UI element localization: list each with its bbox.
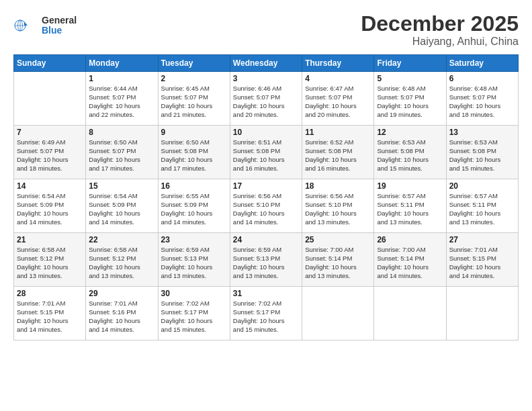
day-of-week-header: Monday (86, 55, 158, 72)
day-info: Sunrise: 7:01 AM Sunset: 5:16 PM Dayligh… (89, 300, 154, 334)
day-info: Sunrise: 6:48 AM Sunset: 5:07 PM Dayligh… (449, 85, 515, 119)
calendar-table: SundayMondayTuesdayWednesdayThursdayFrid… (13, 54, 519, 340)
day-info: Sunrise: 6:47 AM Sunset: 5:07 PM Dayligh… (305, 85, 371, 119)
day-of-week-header: Wednesday (230, 55, 302, 72)
calendar-cell: 5Sunrise: 6:48 AM Sunset: 5:07 PM Daylig… (374, 72, 446, 126)
calendar-cell (14, 72, 86, 126)
svg-marker-4 (24, 21, 28, 26)
calendar-cell: 3Sunrise: 6:46 AM Sunset: 5:07 PM Daylig… (230, 72, 302, 126)
day-info: Sunrise: 6:58 AM Sunset: 5:12 PM Dayligh… (89, 246, 154, 280)
calendar-cell: 28Sunrise: 7:01 AM Sunset: 5:15 PM Dayli… (14, 287, 86, 340)
day-number: 8 (89, 128, 154, 137)
calendar-cell: 30Sunrise: 7:02 AM Sunset: 5:17 PM Dayli… (158, 287, 230, 340)
calendar-cell: 15Sunrise: 6:54 AM Sunset: 5:09 PM Dayli… (86, 179, 158, 233)
calendar-cell: 23Sunrise: 6:59 AM Sunset: 5:13 PM Dayli… (158, 233, 230, 287)
calendar-week-row: 7Sunrise: 6:49 AM Sunset: 5:07 PM Daylig… (14, 126, 519, 179)
day-info: Sunrise: 6:58 AM Sunset: 5:12 PM Dayligh… (17, 246, 83, 280)
day-info: Sunrise: 6:52 AM Sunset: 5:08 PM Dayligh… (305, 138, 371, 173)
page-container: General Blue December 2025 Haiyang, Anhu… (0, 0, 532, 411)
day-number: 30 (161, 289, 227, 298)
page-subtitle: Haiyang, Anhui, China (361, 36, 519, 48)
calendar-cell: 8Sunrise: 6:50 AM Sunset: 5:07 PM Daylig… (86, 126, 158, 179)
day-number: 14 (17, 181, 83, 191)
day-number: 20 (449, 181, 515, 191)
calendar-cell: 1Sunrise: 6:44 AM Sunset: 5:07 PM Daylig… (86, 72, 158, 126)
calendar-cell: 22Sunrise: 6:58 AM Sunset: 5:12 PM Dayli… (86, 233, 158, 287)
day-number: 10 (233, 128, 299, 137)
day-number: 18 (305, 181, 371, 191)
day-info: Sunrise: 6:44 AM Sunset: 5:07 PM Dayligh… (89, 85, 154, 119)
calendar-cell: 31Sunrise: 7:02 AM Sunset: 5:17 PM Dayli… (230, 287, 302, 340)
day-info: Sunrise: 7:01 AM Sunset: 5:15 PM Dayligh… (17, 300, 83, 334)
calendar-header-row: SundayMondayTuesdayWednesdayThursdayFrid… (14, 55, 519, 72)
day-info: Sunrise: 7:02 AM Sunset: 5:17 PM Dayligh… (161, 300, 227, 334)
day-info: Sunrise: 6:46 AM Sunset: 5:07 PM Dayligh… (233, 85, 299, 119)
day-number: 24 (233, 235, 299, 244)
calendar-cell (374, 287, 446, 340)
title-block: December 2025 Haiyang, Anhui, China (361, 12, 519, 48)
day-info: Sunrise: 6:57 AM Sunset: 5:11 PM Dayligh… (449, 192, 515, 226)
day-number: 5 (377, 74, 443, 83)
calendar-week-row: 21Sunrise: 6:58 AM Sunset: 5:12 PM Dayli… (14, 233, 519, 287)
day-number: 11 (305, 128, 371, 137)
calendar-cell: 10Sunrise: 6:51 AM Sunset: 5:08 PM Dayli… (230, 126, 302, 179)
day-info: Sunrise: 6:55 AM Sunset: 5:09 PM Dayligh… (161, 192, 227, 226)
day-number: 1 (89, 74, 154, 83)
day-number: 3 (233, 74, 299, 83)
day-info: Sunrise: 6:51 AM Sunset: 5:08 PM Dayligh… (233, 138, 299, 173)
calendar-cell: 9Sunrise: 6:50 AM Sunset: 5:08 PM Daylig… (158, 126, 230, 179)
calendar-cell: 25Sunrise: 7:00 AM Sunset: 5:14 PM Dayli… (302, 233, 374, 287)
calendar-cell (302, 287, 374, 340)
day-number: 19 (377, 181, 443, 191)
calendar-cell: 13Sunrise: 6:53 AM Sunset: 5:08 PM Dayli… (446, 126, 518, 179)
calendar-cell: 20Sunrise: 6:57 AM Sunset: 5:11 PM Dayli… (446, 179, 518, 233)
calendar-cell: 17Sunrise: 6:56 AM Sunset: 5:10 PM Dayli… (230, 179, 302, 233)
calendar-cell (446, 287, 518, 340)
calendar-week-row: 1Sunrise: 6:44 AM Sunset: 5:07 PM Daylig… (14, 72, 519, 126)
day-number: 15 (89, 181, 154, 191)
calendar-cell: 27Sunrise: 7:01 AM Sunset: 5:15 PM Dayli… (446, 233, 518, 287)
calendar-cell: 7Sunrise: 6:49 AM Sunset: 5:07 PM Daylig… (14, 126, 86, 179)
day-number: 29 (89, 289, 154, 298)
calendar-cell: 16Sunrise: 6:55 AM Sunset: 5:09 PM Dayli… (158, 179, 230, 233)
calendar-cell: 21Sunrise: 6:58 AM Sunset: 5:12 PM Dayli… (14, 233, 86, 287)
day-info: Sunrise: 7:00 AM Sunset: 5:14 PM Dayligh… (305, 246, 371, 280)
day-number: 21 (17, 235, 83, 244)
day-number: 4 (305, 74, 371, 83)
day-number: 2 (161, 74, 227, 83)
calendar-week-row: 14Sunrise: 6:54 AM Sunset: 5:09 PM Dayli… (14, 179, 519, 233)
day-info: Sunrise: 6:48 AM Sunset: 5:07 PM Dayligh… (377, 85, 443, 119)
day-info: Sunrise: 6:54 AM Sunset: 5:09 PM Dayligh… (17, 192, 83, 226)
calendar-cell: 19Sunrise: 6:57 AM Sunset: 5:11 PM Dayli… (374, 179, 446, 233)
day-info: Sunrise: 6:50 AM Sunset: 5:08 PM Dayligh… (161, 138, 227, 173)
day-number: 28 (17, 289, 83, 298)
day-number: 26 (377, 235, 443, 244)
day-number: 31 (233, 289, 299, 298)
day-of-week-header: Tuesday (158, 55, 230, 72)
day-number: 25 (305, 235, 371, 244)
logo: General Blue (13, 12, 77, 39)
day-info: Sunrise: 6:56 AM Sunset: 5:10 PM Dayligh… (233, 192, 299, 226)
day-of-week-header: Saturday (446, 55, 518, 72)
logo-globe-icon (13, 12, 40, 39)
day-number: 27 (449, 235, 515, 244)
calendar-cell: 11Sunrise: 6:52 AM Sunset: 5:08 PM Dayli… (302, 126, 374, 179)
logo-general: General (42, 15, 77, 26)
day-of-week-header: Sunday (14, 55, 86, 72)
day-info: Sunrise: 6:54 AM Sunset: 5:09 PM Dayligh… (89, 192, 154, 226)
calendar-cell: 12Sunrise: 6:53 AM Sunset: 5:08 PM Dayli… (374, 126, 446, 179)
day-info: Sunrise: 6:53 AM Sunset: 5:08 PM Dayligh… (377, 138, 443, 173)
day-info: Sunrise: 7:02 AM Sunset: 5:17 PM Dayligh… (233, 300, 299, 334)
day-number: 23 (161, 235, 227, 244)
calendar-cell: 26Sunrise: 7:00 AM Sunset: 5:14 PM Dayli… (374, 233, 446, 287)
logo-blue: Blue (42, 26, 77, 36)
day-number: 22 (89, 235, 154, 244)
calendar-cell: 29Sunrise: 7:01 AM Sunset: 5:16 PM Dayli… (86, 287, 158, 340)
day-number: 12 (377, 128, 443, 137)
day-info: Sunrise: 7:01 AM Sunset: 5:15 PM Dayligh… (449, 246, 515, 280)
calendar-cell: 2Sunrise: 6:45 AM Sunset: 5:07 PM Daylig… (158, 72, 230, 126)
day-number: 16 (161, 181, 227, 191)
calendar-week-row: 28Sunrise: 7:01 AM Sunset: 5:15 PM Dayli… (14, 287, 519, 340)
day-info: Sunrise: 6:45 AM Sunset: 5:07 PM Dayligh… (161, 85, 227, 119)
day-info: Sunrise: 6:59 AM Sunset: 5:13 PM Dayligh… (233, 246, 299, 280)
